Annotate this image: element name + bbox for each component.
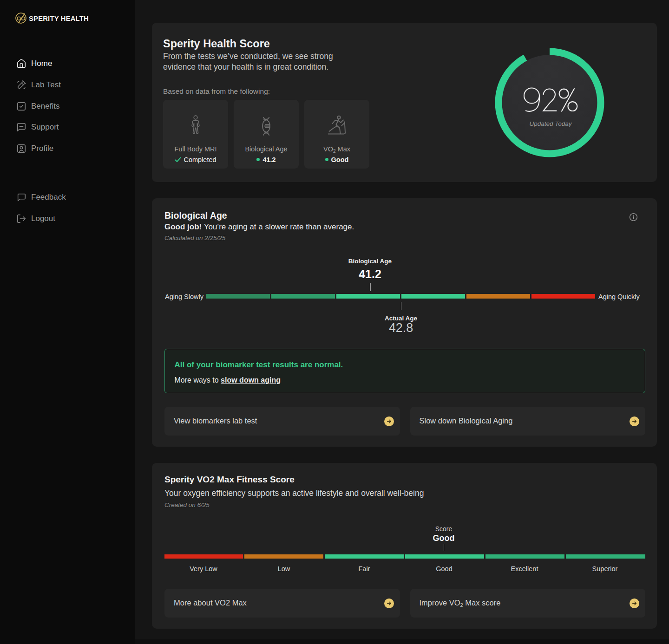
svg-text:Updated Today: Updated Today (529, 120, 572, 127)
